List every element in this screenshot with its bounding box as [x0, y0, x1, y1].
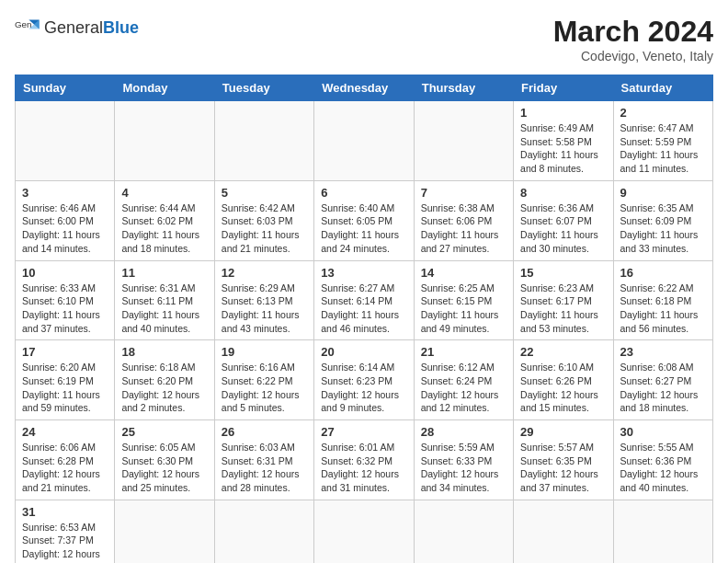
- day-number: 2: [620, 106, 706, 120]
- calendar-cell: 4Sunrise: 6:44 AM Sunset: 6:02 PM Daylig…: [115, 180, 214, 260]
- day-number: 24: [22, 425, 108, 439]
- day-number: 4: [121, 186, 207, 200]
- day-number: 16: [620, 266, 706, 280]
- calendar-cell: 7Sunrise: 6:38 AM Sunset: 6:06 PM Daylig…: [414, 180, 513, 260]
- calendar-cell: [613, 500, 712, 563]
- day-number: 19: [222, 345, 307, 359]
- day-info: Sunrise: 5:55 AM Sunset: 6:36 PM Dayligh…: [620, 441, 706, 495]
- calendar-week-row: 10Sunrise: 6:33 AM Sunset: 6:10 PM Dayli…: [16, 260, 713, 340]
- day-info: Sunrise: 6:36 AM Sunset: 6:07 PM Dayligh…: [520, 201, 606, 256]
- calendar-cell: 2Sunrise: 6:47 AM Sunset: 5:59 PM Daylig…: [613, 101, 712, 181]
- day-info: Sunrise: 6:22 AM Sunset: 6:18 PM Dayligh…: [620, 282, 706, 336]
- calendar-cell: [214, 101, 313, 181]
- day-info: Sunrise: 6:06 AM Sunset: 6:28 PM Dayligh…: [22, 441, 108, 495]
- day-number: 20: [321, 345, 406, 359]
- day-number: 15: [520, 266, 606, 280]
- day-number: 29: [520, 425, 606, 439]
- calendar-cell: 23Sunrise: 6:08 AM Sunset: 6:27 PM Dayli…: [613, 340, 712, 420]
- day-number: 14: [421, 266, 506, 280]
- calendar-cell: [414, 500, 513, 563]
- day-number: 1: [520, 106, 606, 120]
- calendar-cell: 22Sunrise: 6:10 AM Sunset: 6:26 PM Dayli…: [514, 340, 613, 420]
- subtitle: Codevigo, Veneto, Italy: [553, 49, 713, 63]
- calendar-cell: [214, 500, 313, 563]
- calendar-cell: 20Sunrise: 6:14 AM Sunset: 6:23 PM Dayli…: [314, 340, 414, 420]
- weekday-header-tuesday: Tuesday: [214, 75, 313, 101]
- calendar-cell: 27Sunrise: 6:01 AM Sunset: 6:32 PM Dayli…: [314, 420, 414, 500]
- calendar-cell: 26Sunrise: 6:03 AM Sunset: 6:31 PM Dayli…: [214, 420, 313, 500]
- day-number: 23: [620, 345, 706, 359]
- calendar-cell: [414, 101, 513, 181]
- weekday-header-wednesday: Wednesday: [314, 75, 414, 101]
- calendar-cell: 28Sunrise: 5:59 AM Sunset: 6:33 PM Dayli…: [414, 420, 513, 500]
- weekday-header-monday: Monday: [115, 75, 214, 101]
- day-info: Sunrise: 5:59 AM Sunset: 6:33 PM Dayligh…: [421, 441, 506, 495]
- title-section: March 2024 Codevigo, Veneto, Italy: [553, 15, 713, 63]
- calendar-cell: 21Sunrise: 6:12 AM Sunset: 6:24 PM Dayli…: [414, 340, 513, 420]
- day-number: 27: [321, 425, 406, 439]
- weekday-header-row: SundayMondayTuesdayWednesdayThursdayFrid…: [16, 75, 713, 101]
- calendar-cell: 17Sunrise: 6:20 AM Sunset: 6:19 PM Dayli…: [16, 340, 115, 420]
- calendar-cell: 16Sunrise: 6:22 AM Sunset: 6:18 PM Dayli…: [613, 260, 712, 340]
- day-number: 8: [520, 186, 606, 200]
- day-info: Sunrise: 6:14 AM Sunset: 6:23 PM Dayligh…: [321, 361, 406, 415]
- calendar-cell: 15Sunrise: 6:23 AM Sunset: 6:17 PM Dayli…: [514, 260, 613, 340]
- day-info: Sunrise: 6:46 AM Sunset: 6:00 PM Dayligh…: [22, 201, 108, 256]
- day-number: 22: [520, 345, 606, 359]
- day-info: Sunrise: 6:53 AM Sunset: 7:37 PM Dayligh…: [22, 521, 108, 563]
- day-number: 21: [421, 345, 506, 359]
- calendar-week-row: 3Sunrise: 6:46 AM Sunset: 6:00 PM Daylig…: [16, 180, 713, 260]
- page-container: Gen GeneralBlue March 2024 Codevigo, Ven…: [15, 15, 713, 563]
- day-info: Sunrise: 6:16 AM Sunset: 6:22 PM Dayligh…: [222, 361, 307, 415]
- day-info: Sunrise: 6:23 AM Sunset: 6:17 PM Dayligh…: [520, 282, 606, 336]
- day-number: 17: [22, 345, 108, 359]
- calendar-cell: 5Sunrise: 6:42 AM Sunset: 6:03 PM Daylig…: [214, 180, 313, 260]
- day-number: 5: [222, 186, 307, 200]
- day-number: 3: [22, 186, 108, 200]
- day-number: 10: [22, 266, 108, 280]
- calendar-cell: 29Sunrise: 5:57 AM Sunset: 6:35 PM Dayli…: [514, 420, 613, 500]
- header: Gen GeneralBlue March 2024 Codevigo, Ven…: [15, 15, 713, 63]
- calendar-cell: 24Sunrise: 6:06 AM Sunset: 6:28 PM Dayli…: [16, 420, 115, 500]
- calendar-cell: 9Sunrise: 6:35 AM Sunset: 6:09 PM Daylig…: [613, 180, 712, 260]
- weekday-header-saturday: Saturday: [613, 75, 712, 101]
- day-number: 9: [620, 186, 706, 200]
- calendar-cell: 31Sunrise: 6:53 AM Sunset: 7:37 PM Dayli…: [16, 500, 115, 563]
- calendar-week-row: 17Sunrise: 6:20 AM Sunset: 6:19 PM Dayli…: [16, 340, 713, 420]
- calendar-cell: 6Sunrise: 6:40 AM Sunset: 6:05 PM Daylig…: [314, 180, 414, 260]
- calendar-cell: [115, 500, 214, 563]
- day-info: Sunrise: 6:44 AM Sunset: 6:02 PM Dayligh…: [121, 201, 207, 256]
- day-info: Sunrise: 6:12 AM Sunset: 6:24 PM Dayligh…: [421, 361, 506, 415]
- day-number: 7: [421, 186, 506, 200]
- svg-text:Gen: Gen: [15, 19, 32, 29]
- calendar-week-row: 31Sunrise: 6:53 AM Sunset: 7:37 PM Dayli…: [16, 500, 713, 563]
- day-info: Sunrise: 5:57 AM Sunset: 6:35 PM Dayligh…: [520, 441, 606, 495]
- calendar-cell: 3Sunrise: 6:46 AM Sunset: 6:00 PM Daylig…: [16, 180, 115, 260]
- day-number: 13: [321, 266, 406, 280]
- calendar-cell: [16, 101, 115, 181]
- calendar-week-row: 24Sunrise: 6:06 AM Sunset: 6:28 PM Dayli…: [16, 420, 713, 500]
- day-info: Sunrise: 6:42 AM Sunset: 6:03 PM Dayligh…: [222, 201, 307, 256]
- day-info: Sunrise: 6:27 AM Sunset: 6:14 PM Dayligh…: [321, 282, 406, 336]
- day-number: 18: [121, 345, 207, 359]
- calendar-cell: 12Sunrise: 6:29 AM Sunset: 6:13 PM Dayli…: [214, 260, 313, 340]
- calendar-cell: 13Sunrise: 6:27 AM Sunset: 6:14 PM Dayli…: [314, 260, 414, 340]
- day-info: Sunrise: 6:03 AM Sunset: 6:31 PM Dayligh…: [222, 441, 307, 495]
- calendar-cell: [314, 500, 414, 563]
- calendar-cell: 30Sunrise: 5:55 AM Sunset: 6:36 PM Dayli…: [613, 420, 712, 500]
- day-info: Sunrise: 6:05 AM Sunset: 6:30 PM Dayligh…: [121, 441, 207, 495]
- calendar-cell: 25Sunrise: 6:05 AM Sunset: 6:30 PM Dayli…: [115, 420, 214, 500]
- calendar-cell: 14Sunrise: 6:25 AM Sunset: 6:15 PM Dayli…: [414, 260, 513, 340]
- calendar-cell: 18Sunrise: 6:18 AM Sunset: 6:20 PM Dayli…: [115, 340, 214, 420]
- logo-text: GeneralBlue: [44, 18, 139, 38]
- calendar-cell: [314, 101, 414, 181]
- day-number: 6: [321, 186, 406, 200]
- day-info: Sunrise: 6:08 AM Sunset: 6:27 PM Dayligh…: [620, 361, 706, 415]
- logo: Gen GeneralBlue: [15, 15, 139, 40]
- day-number: 25: [121, 425, 207, 439]
- day-info: Sunrise: 6:33 AM Sunset: 6:10 PM Dayligh…: [22, 282, 108, 336]
- day-info: Sunrise: 6:20 AM Sunset: 6:19 PM Dayligh…: [22, 361, 108, 415]
- calendar-cell: 8Sunrise: 6:36 AM Sunset: 6:07 PM Daylig…: [514, 180, 613, 260]
- weekday-header-thursday: Thursday: [414, 75, 513, 101]
- calendar-cell: 19Sunrise: 6:16 AM Sunset: 6:22 PM Dayli…: [214, 340, 313, 420]
